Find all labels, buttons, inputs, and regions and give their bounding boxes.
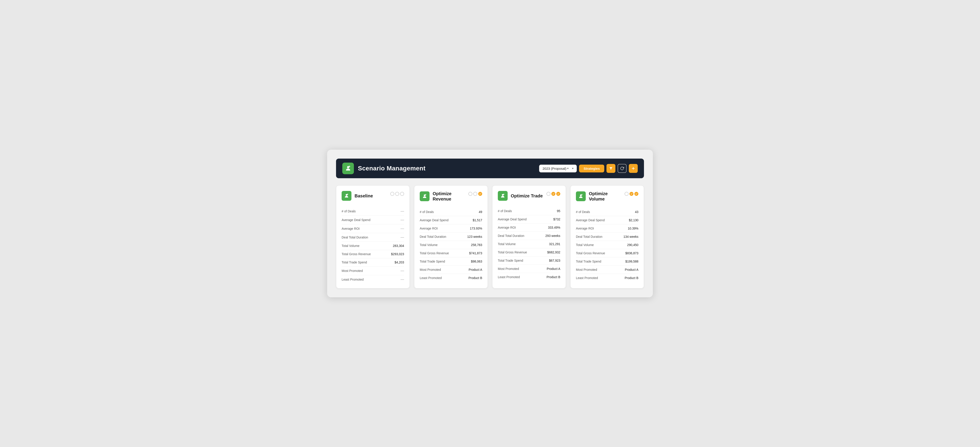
card-header-3: Optimize Volume	[576, 191, 638, 202]
stat-value-1-7: Product A	[469, 268, 482, 272]
badge-0-2	[400, 192, 404, 196]
stat-row-0-0: # of Deals —	[342, 207, 404, 216]
card-header-left-3: Optimize Volume	[576, 191, 625, 202]
stat-label-1-5: Total Gross Revenue	[420, 251, 449, 255]
stat-value-1-5: $741,873	[469, 251, 482, 255]
stat-row-1-2: Average ROI 173.93%	[420, 224, 482, 233]
stat-value-1-6: $98,063	[471, 259, 482, 263]
chevron-down-icon: ▾	[572, 167, 573, 170]
stat-row-3-5: Total Gross Revenue $836,873	[576, 249, 638, 258]
stat-row-1-8: Least Promoted Product B	[420, 274, 482, 282]
stat-row-2-8: Least Promoted Product B	[498, 273, 560, 281]
stat-row-3-7: Most Promoted Product A	[576, 266, 638, 274]
stat-label-3-5: Total Gross Revenue	[576, 251, 605, 255]
header-right: 2023 (Proposal) 2022 2021 ▾ Strategies	[539, 164, 638, 173]
stat-value-1-8: Product B	[469, 276, 482, 280]
card-icon-2	[498, 191, 508, 201]
stat-value-1-2: 173.93%	[470, 227, 482, 230]
badge-1-1	[473, 192, 477, 196]
stat-row-0-2: Average ROI —	[342, 224, 404, 233]
stat-row-1-3: Deal Total Duration 123 weeks	[420, 233, 482, 241]
card-icon-0	[342, 191, 352, 201]
card-stats-2: # of Deals 95 Average Deal Spend $732 Av…	[498, 207, 560, 281]
card-title-0: Baseline	[355, 193, 373, 199]
card-badges-0	[390, 191, 404, 196]
stat-label-2-2: Average ROI	[498, 226, 516, 229]
stat-row-1-4: Total Volume 258,783	[420, 241, 482, 249]
badge-1-0	[468, 192, 473, 196]
year-select-input[interactable]: 2023 (Proposal) 2022 2021	[542, 167, 570, 170]
stat-value-3-0: 43	[635, 210, 638, 214]
stat-row-2-5: Total Gross Revenue $682,932	[498, 248, 560, 256]
cards-grid: Baseline # of Deals — Average Deal Spend	[336, 185, 644, 288]
badge-1-2	[478, 192, 482, 196]
stat-label-2-6: Total Trade Spend	[498, 259, 523, 262]
header: Scenario Management 2023 (Proposal) 2022…	[336, 159, 644, 178]
stat-value-3-8: Product B	[625, 276, 638, 280]
stat-value-2-5: $682,932	[547, 250, 560, 254]
stat-value-3-6: $199,588	[625, 259, 638, 263]
stat-value-3-4: 290,450	[627, 243, 638, 247]
stat-label-2-4: Total Volume	[498, 242, 515, 246]
plus-icon	[631, 166, 635, 170]
stat-label-1-3: Deal Total Duration	[420, 235, 446, 239]
stat-value-1-4: 258,783	[471, 243, 482, 247]
stat-label-3-3: Deal Total Duration	[576, 235, 603, 239]
strategies-button[interactable]: Strategies	[579, 165, 604, 172]
page-wrapper: Scenario Management 2023 (Proposal) 2022…	[327, 150, 653, 297]
stat-row-0-6: Total Trade Spend $4,203	[342, 258, 404, 267]
badge-3-2	[634, 192, 638, 196]
card-header-left-0: Baseline	[342, 191, 373, 201]
stat-row-1-0: # of Deals 49	[420, 208, 482, 216]
stat-label-1-8: Least Promoted	[420, 276, 442, 280]
stat-row-2-1: Average Deal Spend $732	[498, 215, 560, 224]
card-header-1: Optimize Revenue	[420, 191, 482, 202]
year-selector[interactable]: 2023 (Proposal) 2022 2021 ▾	[539, 165, 577, 172]
add-button[interactable]	[629, 164, 638, 173]
stat-value-0-5: $293,023	[391, 252, 404, 256]
badge-3-1	[630, 192, 633, 196]
stat-value-0-6: $4,203	[395, 261, 404, 264]
stat-label-3-8: Least Promoted	[576, 276, 598, 280]
refresh-button[interactable]	[617, 164, 627, 173]
stat-label-2-1: Average Deal Spend	[498, 218, 527, 221]
stat-label-2-7: Most Promoted	[498, 267, 519, 270]
stat-label-3-2: Average ROI	[576, 227, 594, 230]
stat-row-3-1: Average Deal Spend $2,130	[576, 216, 638, 224]
stat-row-2-3: Deal Total Duration 293 weeks	[498, 232, 560, 240]
page-title: Scenario Management	[358, 165, 425, 172]
card-stats-3: # of Deals 43 Average Deal Spend $2,130 …	[576, 208, 638, 282]
stat-label-3-0: # of Deals	[576, 210, 590, 214]
filter-button[interactable]	[606, 164, 616, 173]
header-left: Scenario Management	[342, 162, 425, 174]
stat-label-1-4: Total Volume	[420, 243, 438, 247]
stat-value-3-7: Product A	[625, 268, 638, 272]
stat-label-3-6: Total Trade Spend	[576, 259, 601, 263]
stat-row-3-8: Least Promoted Product B	[576, 274, 638, 282]
stat-row-2-2: Average ROI 333.49%	[498, 224, 560, 232]
stat-label-0-4: Total Volume	[342, 244, 360, 248]
filter-icon	[609, 166, 613, 170]
stat-value-2-0: 95	[557, 209, 560, 213]
stat-row-2-6: Total Trade Spend $67,923	[498, 256, 560, 265]
badge-2-1	[551, 192, 555, 196]
stat-value-2-3: 293 weeks	[545, 234, 560, 237]
stat-row-3-2: Average ROI 10.39%	[576, 224, 638, 233]
badge-0-0	[390, 192, 394, 196]
stat-label-1-1: Average Deal Spend	[420, 218, 449, 222]
card-icon-3	[576, 191, 586, 201]
card-icon-1	[420, 191, 430, 201]
badge-2-0	[546, 192, 550, 196]
stat-value-2-4: 321,291	[549, 242, 560, 246]
stat-row-2-7: Most Promoted Product A	[498, 265, 560, 273]
stat-label-3-1: Average Deal Spend	[576, 218, 605, 222]
stat-row-2-4: Total Volume 321,291	[498, 240, 560, 248]
stat-row-0-7: Most Promoted —	[342, 267, 404, 275]
stat-row-1-5: Total Gross Revenue $741,873	[420, 249, 482, 258]
stat-row-2-0: # of Deals 95	[498, 207, 560, 215]
stat-label-1-2: Average ROI	[420, 227, 438, 230]
stat-value-0-7: —	[401, 269, 404, 273]
stat-value-2-1: $732	[554, 218, 560, 221]
card-badges-3	[625, 191, 638, 196]
stat-label-0-1: Average Deal Spend	[342, 218, 371, 222]
